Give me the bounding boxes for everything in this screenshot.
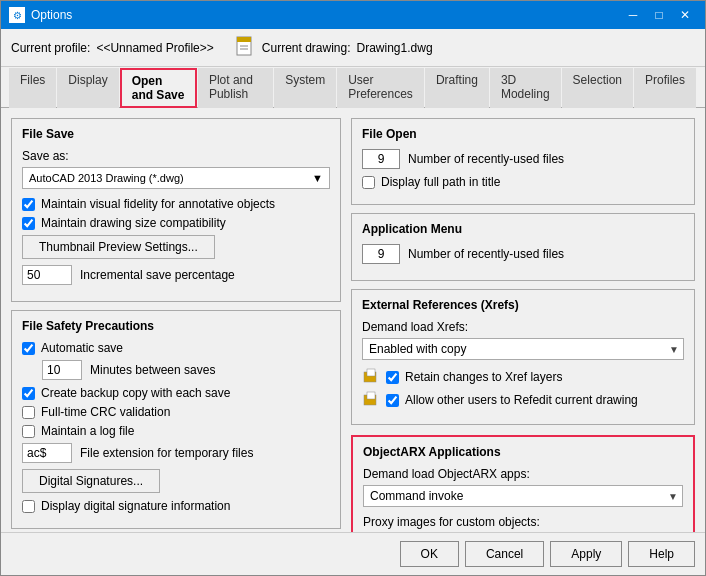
current-drawing-label: Current drawing: [262, 41, 351, 55]
title-buttons: ─ □ ✕ [621, 5, 697, 25]
close-button[interactable]: ✕ [673, 5, 697, 25]
allow-others-checkbox[interactable] [386, 394, 399, 407]
maintain-drawing-size-checkbox[interactable] [22, 217, 35, 230]
save-as-dropdown[interactable]: AutoCAD 2013 Drawing (*.dwg) ▼ [22, 167, 330, 189]
tab-open-save[interactable]: Open and Save [120, 68, 197, 108]
save-as-value: AutoCAD 2013 Drawing (*.dwg) [29, 172, 184, 184]
footer: OK Cancel Apply Help [1, 532, 705, 575]
minutes-row: Minutes between saves [42, 360, 330, 380]
create-backup-row: Create backup copy with each save [22, 386, 330, 400]
current-profile: Current profile: <<Unnamed Profile>> [11, 41, 214, 55]
minutes-label: Minutes between saves [90, 363, 215, 377]
svg-rect-7 [367, 392, 375, 399]
full-crc-label: Full-time CRC validation [41, 405, 170, 419]
full-crc-row: Full-time CRC validation [22, 405, 330, 419]
allow-others-label: Allow other users to Refedit current dra… [405, 393, 638, 407]
maximize-button[interactable]: □ [647, 5, 671, 25]
display-digital-sig-label: Display digital signature information [41, 499, 230, 513]
auto-save-checkbox[interactable] [22, 342, 35, 355]
options-window: ⚙ Options ─ □ ✕ Current profile: <<Unnam… [0, 0, 706, 576]
file-save-title: File Save [22, 127, 330, 141]
tab-drafting[interactable]: Drafting [425, 68, 489, 108]
demand-load-label: Demand load Xrefs: [362, 320, 684, 334]
profile-bar: Current profile: <<Unnamed Profile>> Cur… [1, 29, 705, 67]
external-refs-group: External References (Xrefs) Demand load … [351, 289, 695, 425]
full-crc-checkbox[interactable] [22, 406, 35, 419]
ok-button[interactable]: OK [400, 541, 459, 567]
allow-others-row: Allow other users to Refedit current dra… [362, 391, 684, 409]
extension-input[interactable] [22, 443, 72, 463]
save-as-label: Save as: [22, 149, 330, 163]
maintain-visual-fidelity-row: Maintain visual fidelity for annotative … [22, 197, 330, 211]
main-content: File Save Save as: AutoCAD 2013 Drawing … [1, 108, 705, 532]
app-recently-used-input[interactable]: 9 [362, 244, 400, 264]
current-drawing: Current drawing: Drawing1.dwg [234, 35, 433, 60]
digital-signatures-button[interactable]: Digital Signatures... [22, 469, 160, 493]
apply-button[interactable]: Apply [550, 541, 622, 567]
cancel-button[interactable]: Cancel [465, 541, 544, 567]
demand-load-dropdown[interactable]: Enabled with copy ▼ [362, 338, 684, 360]
maintain-drawing-size-label: Maintain drawing size compatibility [41, 216, 226, 230]
help-button[interactable]: Help [628, 541, 695, 567]
retain-changes-row: Retain changes to Xref layers [362, 368, 684, 386]
tab-display[interactable]: Display [57, 68, 118, 108]
app-recently-used-row: 9 Number of recently-used files [362, 244, 684, 264]
window-icon: ⚙ [9, 7, 25, 23]
title-bar: ⚙ Options ─ □ ✕ [1, 1, 705, 29]
display-full-path-checkbox[interactable] [362, 176, 375, 189]
svg-rect-5 [367, 369, 375, 376]
maintain-visual-fidelity-label: Maintain visual fidelity for annotative … [41, 197, 275, 211]
current-profile-label: Current profile: [11, 41, 90, 55]
maintain-visual-fidelity-checkbox[interactable] [22, 198, 35, 211]
external-refs-title: External References (Xrefs) [362, 298, 684, 312]
file-open-group: File Open 9 Number of recently-used file… [351, 118, 695, 205]
tab-3d-modeling[interactable]: 3D Modeling [490, 68, 561, 108]
display-digital-sig-row: Display digital signature information [22, 499, 330, 513]
display-full-path-label: Display full path in title [381, 175, 500, 189]
incremental-save-label: Incremental save percentage [80, 268, 235, 282]
objectarx-demand-load-dropdown[interactable]: Command invoke ▼ [363, 485, 683, 507]
thumbnail-preview-button[interactable]: Thumbnail Preview Settings... [22, 235, 215, 259]
tab-profiles[interactable]: Profiles [634, 68, 696, 108]
display-digital-sig-checkbox[interactable] [22, 500, 35, 513]
display-full-path-row: Display full path in title [362, 175, 684, 189]
window-title: Options [31, 8, 72, 22]
minimize-button[interactable]: ─ [621, 5, 645, 25]
tab-system[interactable]: System [274, 68, 336, 108]
app-menu-title: Application Menu [362, 222, 684, 236]
retain-changes-label: Retain changes to Xref layers [405, 370, 562, 384]
file-safety-title: File Safety Precautions [22, 319, 330, 333]
app-recently-used-label: Number of recently-used files [408, 247, 564, 261]
drawing-icon [234, 35, 256, 60]
extension-row: File extension for temporary files [22, 443, 330, 463]
tabs-bar: Files Display Open and Save Plot and Pub… [1, 67, 705, 108]
title-bar-left: ⚙ Options [9, 7, 72, 23]
maintain-log-checkbox[interactable] [22, 425, 35, 438]
file-open-title: File Open [362, 127, 684, 141]
incremental-save-input[interactable] [22, 265, 72, 285]
maintain-log-row: Maintain a log file [22, 424, 330, 438]
right-panel: File Open 9 Number of recently-used file… [351, 118, 695, 522]
extension-label: File extension for temporary files [80, 446, 253, 460]
tab-user-preferences[interactable]: User Preferences [337, 68, 424, 108]
objectarx-title: ObjectARX Applications [363, 445, 683, 459]
retain-changes-checkbox[interactable] [386, 371, 399, 384]
file-save-group: File Save Save as: AutoCAD 2013 Drawing … [11, 118, 341, 302]
objectarx-demand-load-value: Command invoke [370, 489, 463, 503]
create-backup-label: Create backup copy with each save [41, 386, 230, 400]
profile-name: <<Unnamed Profile>> [96, 41, 213, 55]
recently-used-input[interactable]: 9 [362, 149, 400, 169]
xref-icon-2 [362, 391, 380, 409]
tab-selection[interactable]: Selection [562, 68, 633, 108]
maintain-log-label: Maintain a log file [41, 424, 134, 438]
create-backup-checkbox[interactable] [22, 387, 35, 400]
recently-used-label: Number of recently-used files [408, 152, 564, 166]
save-as-arrow: ▼ [312, 172, 323, 184]
tab-files[interactable]: Files [9, 68, 56, 108]
auto-save-label: Automatic save [41, 341, 123, 355]
minutes-input[interactable] [42, 360, 82, 380]
objectarx-group: ObjectARX Applications Demand load Objec… [351, 435, 695, 532]
tab-plot-publish[interactable]: Plot and Publish [198, 68, 273, 108]
incremental-save-row: Incremental save percentage [22, 265, 330, 285]
file-safety-group: File Safety Precautions Automatic save M… [11, 310, 341, 529]
